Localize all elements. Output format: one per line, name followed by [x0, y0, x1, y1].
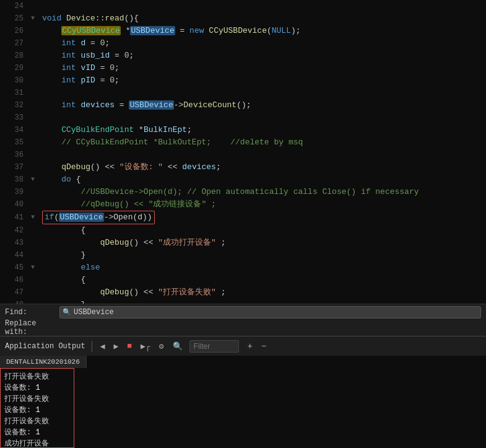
code-line-34[interactable]: 34 CCyBulkEndPoint *BulkInEpt;: [0, 124, 486, 136]
line-content: if(USBDevice->Open(d)): [40, 211, 486, 224]
fold-arrow[interactable]: ▼: [31, 211, 40, 224]
code-line-47[interactable]: 47 qDebug() << "打开设备失败" ;: [0, 286, 486, 299]
app-output-header: Application Output ◀ ▶ ■ ▶┌ ⚙ 🔍 + −: [0, 336, 486, 356]
find-input-wrapper[interactable]: 🔍 USBDevice: [59, 306, 481, 318]
code-editor[interactable]: 2425▼void Device::read(){26 CCyUSBDevice…: [0, 0, 486, 304]
find-input-value[interactable]: USBDevice: [74, 308, 114, 317]
fold-arrow[interactable]: ▼: [31, 261, 40, 274]
code-line-32[interactable]: 32 int devices = USBDevice->DeviceCount(…: [0, 99, 486, 112]
line-content: int usb_id = 0;: [40, 50, 486, 62]
line-number: 45: [0, 261, 31, 274]
filter-input[interactable]: [189, 340, 239, 353]
line-content: {: [40, 274, 486, 286]
code-line-44[interactable]: 44 }: [0, 249, 486, 261]
output-line: 打开设备失败: [4, 371, 70, 382]
line-content: {: [40, 224, 486, 237]
code-line-41[interactable]: 41▼if(USBDevice->Open(d)): [0, 211, 486, 224]
output-tab-label[interactable]: DENTALLINK20201026: [0, 356, 87, 368]
line-content: else: [40, 261, 486, 274]
line-content: void Device::read(){: [40, 12, 486, 25]
search-icon: 🔍: [63, 308, 71, 316]
output-log: 打开设备失败设备数: 1打开设备失败设备数: 1打开设备失败设备数: 1成功打开…: [0, 368, 74, 448]
code-line-38[interactable]: 38▼ do {: [0, 173, 486, 186]
line-content: CCyUSBDevice *USBDevice = new CCyUSBDevi…: [40, 25, 486, 37]
code-line-39[interactable]: 39 //USBDevice->Open(d); // Open automat…: [0, 186, 486, 198]
line-number: 37: [0, 161, 31, 173]
line-content: do {: [40, 173, 486, 186]
line-content: int pID = 0;: [40, 74, 486, 87]
fold-arrow[interactable]: ▼: [31, 12, 40, 25]
line-number: 30: [0, 74, 31, 87]
output-line: 设备数: 1: [4, 405, 70, 416]
line-number: 47: [0, 286, 31, 299]
rerun-button[interactable]: ▶┌: [139, 341, 152, 351]
code-line-31[interactable]: 31: [0, 87, 486, 99]
output-line: 成功打开设备: [4, 438, 70, 448]
line-number: 46: [0, 274, 31, 286]
app-output-title: Application Output: [5, 342, 85, 351]
code-line-45[interactable]: 45▼ else: [0, 261, 486, 274]
code-line-37[interactable]: 37 qDebug() << "设备数: " << devices;: [0, 161, 486, 173]
output-line: 打开设备失败: [4, 416, 70, 427]
line-number: 27: [0, 37, 31, 50]
fold-arrow[interactable]: ▼: [31, 173, 40, 186]
prev-button[interactable]: ◀: [98, 341, 107, 351]
code-line-25[interactable]: 25▼void Device::read(){: [0, 12, 486, 25]
code-line-42[interactable]: 42 {: [0, 224, 486, 237]
code-line-33[interactable]: 33: [0, 112, 486, 124]
code-line-26[interactable]: 26 CCyUSBDevice *USBDevice = new CCyUSBD…: [0, 25, 486, 37]
code-line-28[interactable]: 28 int usb_id = 0;: [0, 50, 486, 62]
line-number: 31: [0, 87, 31, 99]
line-content: int vID = 0;: [40, 62, 486, 74]
find-bar: Find: 🔍 USBDevice Replace with:: [0, 304, 486, 336]
output-line: 设备数: 1: [4, 382, 70, 393]
line-number: 38: [0, 173, 31, 186]
line-number: 29: [0, 62, 31, 74]
line-number: 36: [0, 149, 31, 161]
separator: [92, 341, 92, 352]
find-label: Find:: [5, 308, 54, 317]
line-content: //qDebug() << "成功链接设备" ;: [40, 198, 486, 211]
line-content: //USBDevice->Open(d); // Open automatica…: [40, 186, 486, 198]
line-number: 42: [0, 224, 31, 237]
code-line-40[interactable]: 40 //qDebug() << "成功链接设备" ;: [0, 198, 486, 211]
line-number: 35: [0, 136, 31, 149]
line-number: 48: [0, 299, 31, 304]
line-number: 41: [0, 211, 31, 224]
line-number: 34: [0, 124, 31, 136]
replace-label: Replace with:: [5, 319, 54, 336]
code-line-46[interactable]: 46 {: [0, 274, 486, 286]
stop-button[interactable]: ■: [125, 341, 134, 351]
line-number: 33: [0, 112, 31, 124]
line-number: 28: [0, 50, 31, 62]
line-content: qDebug() << "设备数: " << devices;: [40, 161, 486, 173]
settings-button[interactable]: ⚙: [157, 341, 166, 351]
line-content: int devices = USBDevice->DeviceCount();: [40, 99, 486, 112]
line-number: 44: [0, 249, 31, 261]
code-line-29[interactable]: 29 int vID = 0;: [0, 62, 486, 74]
line-number: 32: [0, 99, 31, 112]
line-content: qDebug() << "成功打开设备" ;: [40, 237, 486, 249]
code-line-35[interactable]: 35 // CCyBulkEndPoint *BulkOutEpt; //del…: [0, 136, 486, 149]
minus-button[interactable]: −: [261, 341, 266, 351]
plus-button[interactable]: +: [248, 341, 253, 351]
line-number: 43: [0, 237, 31, 249]
next-button[interactable]: ▶: [111, 341, 120, 351]
output-right: [74, 368, 87, 448]
code-line-27[interactable]: 27 int d = 0;: [0, 37, 486, 50]
line-content: qDebug() << "打开设备失败" ;: [40, 286, 486, 299]
line-content: CCyBulkEndPoint *BulkInEpt;: [40, 124, 486, 136]
line-content: // CCyBulkEndPoint *BulkOutEpt; //delete…: [40, 136, 486, 149]
code-line-48[interactable]: 48 }: [0, 299, 486, 304]
code-line-30[interactable]: 30 int pID = 0;: [0, 74, 486, 87]
output-content: 打开设备失败设备数: 1打开设备失败设备数: 1打开设备失败设备数: 1成功打开…: [0, 368, 87, 448]
line-content: }: [40, 299, 486, 304]
line-number: 24: [0, 0, 31, 12]
code-line-36[interactable]: 36: [0, 149, 486, 161]
code-line-24[interactable]: 24: [0, 0, 486, 12]
line-number: 25: [0, 12, 31, 25]
output-panel: DENTALLINK20201026 打开设备失败设备数: 1打开设备失败设备数…: [0, 356, 486, 448]
line-number: 26: [0, 25, 31, 37]
line-content: int d = 0;: [40, 37, 486, 50]
code-line-43[interactable]: 43 qDebug() << "成功打开设备" ;: [0, 237, 486, 249]
